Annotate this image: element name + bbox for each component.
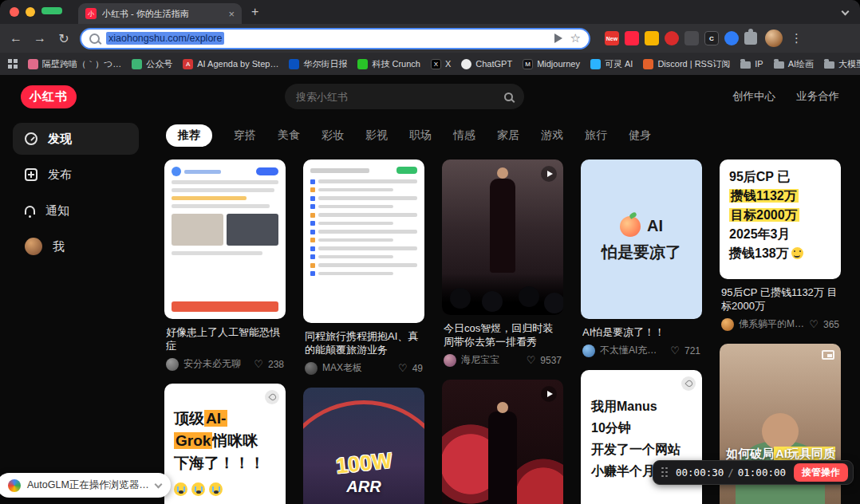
author-name[interactable]: 安分未必无聊	[183, 357, 249, 371]
like-icon[interactable]: ♡	[254, 358, 263, 370]
bookmark-item[interactable]: 华尔街日报	[289, 58, 347, 70]
bookmark-item[interactable]: AI绘画	[774, 58, 814, 70]
like-icon[interactable]: ♡	[670, 345, 680, 356]
card-thumbnail[interactable]: AI 怕是要凉了	[581, 159, 702, 319]
feed-card[interactable]: 100W ARR	[303, 388, 424, 504]
search-input[interactable]	[296, 91, 504, 103]
like-icon[interactable]: ♡	[398, 362, 408, 374]
tab-search-button[interactable]	[838, 6, 852, 20]
extension-dark-icon[interactable]	[684, 31, 699, 45]
feed-card[interactable]: 95后CP 已 攒钱1132万 目标2000万 2025年3月 攒钱138万 9…	[720, 159, 841, 331]
tab-games[interactable]: 游戏	[541, 128, 563, 143]
tab-emotion[interactable]: 情感	[453, 128, 475, 143]
drag-handle-icon[interactable]	[661, 467, 668, 478]
feed-card[interactable]: 好像患上了人工智能恐惧症 安分未必无聊 ♡ 238	[164, 159, 286, 371]
new-tab-button[interactable]: +	[251, 5, 258, 19]
author-avatar[interactable]	[444, 354, 456, 367]
tab-close-icon[interactable]: ×	[228, 9, 235, 19]
business-link[interactable]: 业务合作	[796, 89, 839, 104]
like-icon[interactable]: ♡	[527, 354, 536, 366]
site-search-bar[interactable]	[285, 84, 524, 109]
feed-card[interactable]: 顶级AI- Grok悄咪咪 下海了！！！	[164, 384, 286, 504]
play-icon[interactable]	[541, 386, 557, 402]
share-icon[interactable]	[554, 33, 562, 43]
bookmark-item[interactable]: 可灵 AI	[590, 58, 633, 70]
agent-control-bar[interactable]: 00:00:30 / 01:00:00 接管操作	[653, 460, 854, 485]
xiaohongshu-logo[interactable]: 小红书	[21, 85, 77, 108]
bookmark-item[interactable]: 隔壁跨喵（｀）つ…	[28, 58, 121, 70]
card-thumbnail[interactable]: 100W ARR	[303, 388, 424, 504]
card-thumbnail[interactable]	[442, 159, 563, 315]
card-thumbnail[interactable]	[442, 380, 563, 504]
apps-grid-icon[interactable]	[8, 59, 18, 69]
bookmark-item[interactable]: AAI Agenda by Step…	[183, 59, 278, 69]
extension-panda-icon[interactable]	[665, 31, 679, 45]
takeover-button[interactable]: 接管操作	[794, 463, 848, 482]
author-avatar[interactable]	[305, 362, 318, 375]
card-thumbnail[interactable]: 顶级AI- Grok悄咪咪 下海了！！！	[164, 384, 286, 504]
chevron-down-icon[interactable]	[154, 480, 162, 488]
author-name[interactable]: 海尼宝宝	[461, 353, 522, 367]
feed-card[interactable]: 同程旅行携程拥抱AI、真的能颠覆旅游业务 MAX老板 ♡ 49	[303, 159, 424, 375]
author-avatar[interactable]	[166, 358, 179, 371]
pip-icon[interactable]	[822, 350, 834, 360]
tab-makeup[interactable]: 彩妆	[322, 128, 344, 143]
bookmark-item[interactable]: Discord | RSS订阅	[643, 58, 730, 70]
tab-career[interactable]: 职场	[409, 128, 432, 143]
play-icon[interactable]	[541, 166, 557, 182]
card-title[interactable]: 95后CP 已攒钱1132万 目标2000万	[721, 285, 839, 313]
feed-card[interactable]: 今日cos智煜，回归时装周带你去第一排看秀 海尼宝宝 ♡ 9537	[442, 159, 563, 367]
author-name[interactable]: 不太懂AI充电站	[600, 344, 665, 357]
url-text-selected[interactable]: xiaohongshu.com/explore	[106, 32, 224, 45]
card-thumbnail[interactable]	[303, 159, 424, 323]
tab-fitness[interactable]: 健身	[629, 128, 651, 143]
sidebar-item-publish[interactable]: 发布	[13, 159, 139, 191]
author-name[interactable]: MAX老板	[322, 361, 393, 375]
close-window-button[interactable]	[10, 7, 19, 17]
autoglm-status-pill[interactable]: AutoGLM正在操作浏览器…	[0, 473, 171, 498]
bookmark-item[interactable]: 科技 Crunch	[357, 58, 420, 70]
forward-button[interactable]: →	[32, 31, 48, 45]
tab-fashion[interactable]: 穿搭	[234, 128, 256, 143]
tab-home[interactable]: 家居	[497, 128, 519, 143]
card-title[interactable]: AI怕是要凉了！！	[582, 325, 700, 339]
tab-recommend[interactable]: 推荐	[166, 124, 212, 147]
bookmark-item[interactable]: 大模型	[824, 58, 860, 70]
tab-food[interactable]: 美食	[278, 128, 300, 143]
minimize-window-button[interactable]	[26, 7, 35, 17]
extensions-puzzle-icon[interactable]	[744, 32, 757, 45]
browser-menu-icon[interactable]: ⋮	[791, 31, 803, 45]
card-title[interactable]: 今日cos智煜，回归时装周带你去第一排看秀	[444, 321, 562, 348]
author-avatar[interactable]	[721, 318, 734, 331]
bookmark-item[interactable]: XX	[431, 59, 451, 69]
sidebar-item-me[interactable]: 我	[13, 230, 139, 262]
card-title[interactable]: 同程旅行携程拥抱AI、真的能颠覆旅游业务	[305, 329, 423, 356]
profile-avatar[interactable]	[765, 30, 783, 47]
bookmark-item[interactable]: IP	[740, 59, 763, 69]
bookmark-item[interactable]: 公众号	[132, 58, 172, 70]
author-name[interactable]: 佛系躺平的Memo	[739, 317, 804, 331]
extension-red-icon[interactable]	[625, 31, 639, 45]
tab-travel[interactable]: 旅行	[585, 128, 607, 143]
address-bar[interactable]: xiaohongshu.com/explore ☆	[80, 28, 590, 49]
fullscreen-window-button[interactable]	[41, 7, 62, 14]
extension-c-icon[interactable]: C	[704, 31, 719, 45]
card-thumbnail[interactable]: 95后CP 已 攒钱1132万 目标2000万 2025年3月 攒钱138万	[720, 159, 841, 279]
bookmark-item[interactable]: ChatGPT	[461, 59, 512, 69]
browser-tab[interactable]: 小 小红书 - 你的生活指南 ×	[78, 3, 242, 24]
card-thumbnail[interactable]	[164, 159, 286, 319]
sidebar-item-discover[interactable]: 发现	[13, 123, 139, 155]
back-button[interactable]: ←	[8, 31, 24, 45]
reload-button[interactable]: ↻	[56, 31, 72, 46]
feed-card[interactable]	[442, 380, 563, 504]
creator-center-link[interactable]: 创作中心	[732, 89, 775, 104]
extension-blue-icon[interactable]	[724, 31, 739, 45]
card-title[interactable]: 好像患上了人工智能恐惧症	[166, 325, 284, 352]
extension-new-badge-icon[interactable]: New	[605, 31, 619, 45]
site-info-icon[interactable]	[89, 33, 100, 44]
like-icon[interactable]: ♡	[809, 318, 819, 330]
search-icon[interactable]	[504, 93, 513, 101]
tab-movies[interactable]: 影视	[365, 128, 388, 143]
author-avatar[interactable]	[582, 345, 595, 357]
bookmark-item[interactable]: MMidjourney	[523, 59, 580, 69]
